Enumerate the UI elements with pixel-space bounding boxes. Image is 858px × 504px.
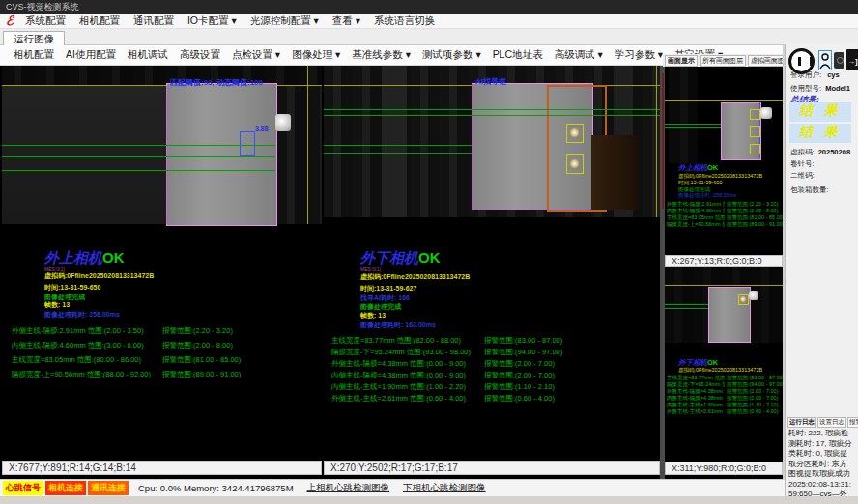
measurement-row: 外侧主线-隔膜:2.91mm 范围:(2.00 - 3.50) 报警范围:(2.… — [665, 201, 783, 208]
measurement-text: 主线宽度=83.05mm 范围:(80.00 - 86.00) — [667, 214, 725, 221]
tab-settings-log[interactable]: 设置日志 — [817, 417, 846, 428]
thumb-view-upper[interactable]: 外上相机OK 虚拟码:0Ffline2025020813313472B 时间:1… — [665, 67, 783, 255]
tool-spot-check[interactable]: 点检设置 ▾ — [226, 48, 286, 62]
alarm-range-text: 报警范围:(2.00 - 7.00) — [727, 388, 783, 395]
alarm-range-text: 报警范围:(94.00 - 97.00) — [484, 348, 562, 357]
tool-advanced-settings[interactable]: 高级设置 — [174, 48, 226, 62]
result-box-lower: 结 果 — [789, 124, 851, 143]
alarm-range-text: 报警范围:(2.00 - 7.00) — [484, 359, 555, 369]
qr-label: 二维码: — [790, 171, 815, 181]
camera-button[interactable] — [834, 52, 844, 69]
magenta-edge-line — [166, 86, 167, 224]
alarm-range-text: 报警范围:(81.00 - 85.00) — [727, 214, 783, 221]
frames-line: 帧数: 13 — [360, 311, 386, 321]
pixel-coord-status-lower: X:270;Y:2502;R:17;G:17;B:17 — [324, 461, 660, 475]
yellow-guide-line — [665, 100, 783, 101]
measurement-text: 外侧主线-隔膜:2.91mm 范围:(2.00 - 3.50) — [667, 201, 725, 208]
alarm-range-text: 报警范围:(1.10 - 2.10) — [484, 382, 555, 392]
camera-name-label: 外上相机 — [44, 250, 102, 266]
measurement-text: 外侧主线-隔膜=4.38mm 范围:(0.00 - 9.00) — [667, 388, 725, 395]
green-baseline-1 — [324, 109, 660, 110]
result-ok-badge: OK — [102, 249, 125, 266]
exit-button[interactable]: →] — [846, 49, 858, 70]
alarm-range-text: 报警范围:(2.00 - 8.00) — [727, 208, 783, 214]
measurement-row: 外侧主线-主线=2.61mm 范围:(0.60 - 4.00) 报警范围:(0.… — [324, 394, 660, 405]
alarm-range-text: 报警范围:(2.20 - 3.20) — [162, 326, 233, 336]
tool-camera-config[interactable]: 相机配置 — [8, 48, 60, 62]
measurement-text: 隔膜宽度-上=90.56mm 范围:(88.00 - 92.00) — [667, 221, 725, 228]
model-label: 使用型号: — [790, 84, 821, 93]
result-ok-badge: OK — [418, 249, 441, 266]
menu-comm-config[interactable]: 通讯配置 — [127, 14, 181, 28]
tool-plc-address[interactable]: PLC地址表 — [487, 48, 549, 62]
measurement-row: 隔膜宽度-下=95.24mm 范围:(93.00 - 98.00) 报警范围:(… — [665, 381, 783, 388]
barcode-line: 虚拟码:0Ffline2025020813313472B — [360, 272, 470, 282]
app-status-bar: 心跳信号 相机连接 通讯连接 Cpu: 0.0% Memory: 3424.41… — [0, 479, 785, 496]
ai-search-overlay-label: AI找寻框 — [475, 76, 506, 87]
tab-all-layers[interactable]: 所有画面图层 — [700, 55, 746, 67]
alarm-range-text: 报警范围:(2.00 - 7.00) — [727, 395, 783, 402]
barcode-label: 虚拟码: — [790, 148, 815, 156]
thumb-view-lower[interactable]: 外下相机OK 虚拟码:0Ffline2025020813313472B 主线宽度… — [665, 267, 783, 462]
brand-logo-icon: ℰ — [6, 14, 14, 29]
heartbeat-status-badge: 心跳信号 — [3, 481, 43, 495]
green-baseline-2 — [324, 115, 660, 116]
box-count-label: 包装箱数量: — [790, 185, 829, 195]
measurement-text: 隔膜宽度-下=95.24mm 范围:(93.00 - 98.00) — [667, 381, 725, 388]
roi-annotation: 3.88 — [255, 126, 269, 132]
menu-light-config[interactable]: 光源控制配置 ▾ — [243, 14, 326, 28]
menu-io-config[interactable]: IO卡配置 ▾ — [181, 14, 243, 28]
menu-system-config[interactable]: 系统配置 — [18, 14, 72, 28]
dark-machine-part — [591, 135, 638, 210]
pixel-coord-status-thumb-upper: X:267;Y:13;R:0;G:0;B:0 — [665, 255, 783, 267]
needle-label: 卷针号: — [790, 159, 815, 169]
time-line: 时间:13-31-59-650 — [678, 180, 723, 186]
tool-learning-params[interactable]: 学习参数 ▾ — [609, 48, 669, 62]
login-user-value: cys — [827, 70, 840, 79]
tool-baseline-params[interactable]: 基准线参数 ▾ — [346, 48, 416, 62]
green-baseline-1 — [2, 145, 275, 146]
barcode-value: 20250208 — [818, 148, 850, 156]
tab-marker-box-2 — [566, 154, 584, 174]
tool-ai-usage-config[interactable]: AI使用配置 — [60, 48, 122, 62]
tab-marker-box-1 — [566, 124, 584, 143]
tool-test-params[interactable]: 测试项参数 ▾ — [416, 48, 487, 62]
tab-marker-box-1 — [750, 109, 760, 120]
tool-advanced-debug[interactable]: 高级调试 ▾ — [549, 48, 609, 62]
result-ok-badge: OK — [707, 163, 718, 172]
tab-run-log[interactable]: 运行日志 — [787, 417, 816, 428]
log-text[interactable]: 耗时: 222, 瑕疵检测耗时: 17, 瑕疵分类耗时: 0, 瑕疵提取分区耗时… — [788, 429, 854, 504]
tool-camera-debug[interactable]: 相机调试 — [122, 48, 174, 62]
cell-region-box — [166, 83, 277, 226]
comm-connection-badge: 通讯连接 — [88, 481, 129, 495]
camera-image-lower[interactable]: AI找寻框 — [324, 66, 660, 217]
menu-camera-config[interactable]: 相机配置 — [72, 14, 127, 28]
camera-view-lower[interactable]: AI找寻框 外下相机OK MES:0(1) 虚拟码:0Ffline2025020… — [324, 66, 660, 475]
model-row: 使用型号: Model1 — [790, 84, 850, 94]
menu-view[interactable]: 查看 ▾ — [326, 14, 367, 28]
barcode-line: 虚拟码:0Ffline2025020813313472B — [678, 367, 762, 374]
upper-camera-heartbeat-link[interactable]: 上相机心跳检测图像 — [307, 482, 390, 494]
measurement-row: 隔膜宽度-下=95.24mm 范围:(93.00 - 98.00) 报警范围:(… — [324, 348, 660, 358]
alarm-range-text: 报警范围:(83.00 - 87.00) — [727, 375, 783, 381]
model-value[interactable]: Model1 — [825, 84, 850, 93]
lower-camera-heartbeat-link[interactable]: 下相机心跳检测图像 — [403, 482, 486, 494]
menu-language-switch[interactable]: 系统语言切换 — [367, 14, 442, 28]
green-baseline-3 — [2, 170, 275, 171]
tab-screen-display[interactable]: 画面显示 — [665, 55, 698, 67]
measurement-row: 外侧主线-隔膜:2.91mm 范围:(2.00 - 3.50) 报警范围:(2.… — [2, 326, 322, 337]
user-icon — [819, 52, 831, 70]
tab-alarm-log[interactable]: 报警日志 — [847, 417, 858, 428]
user-button[interactable] — [818, 50, 832, 70]
green-baseline-1 — [665, 124, 721, 125]
camera-image-upper[interactable]: 匹配阈值:93, 动态阈值:100 3.88 — [2, 66, 322, 246]
window-frame-strip — [0, 496, 858, 504]
tool-image-processing[interactable]: 图像处理 ▾ — [286, 48, 346, 62]
measurement-row: 主线宽度=83.77mm 范围:(82.00 - 88.00) 报警范围:(83… — [324, 336, 660, 347]
green-baseline-2 — [2, 156, 275, 157]
result-title-row: 外下相机OK — [360, 249, 441, 267]
camera-view-upper[interactable]: 匹配阈值:93, 动态阈值:100 3.88 外上相机OK MES:0(1) 虚… — [2, 66, 322, 475]
measurement-row: 内侧主线-隔膜:4.60mm 范围:(3.00 - 6.00) 报警范围:(2.… — [2, 341, 322, 351]
measurement-row: 内侧主线-隔膜=4.38mm 范围:(0.00 - 9.00) 报警范围:(2.… — [665, 395, 783, 402]
measurement-text: 内侧主线-隔膜=4.38mm 范围:(0.00 - 9.00) — [331, 371, 466, 380]
